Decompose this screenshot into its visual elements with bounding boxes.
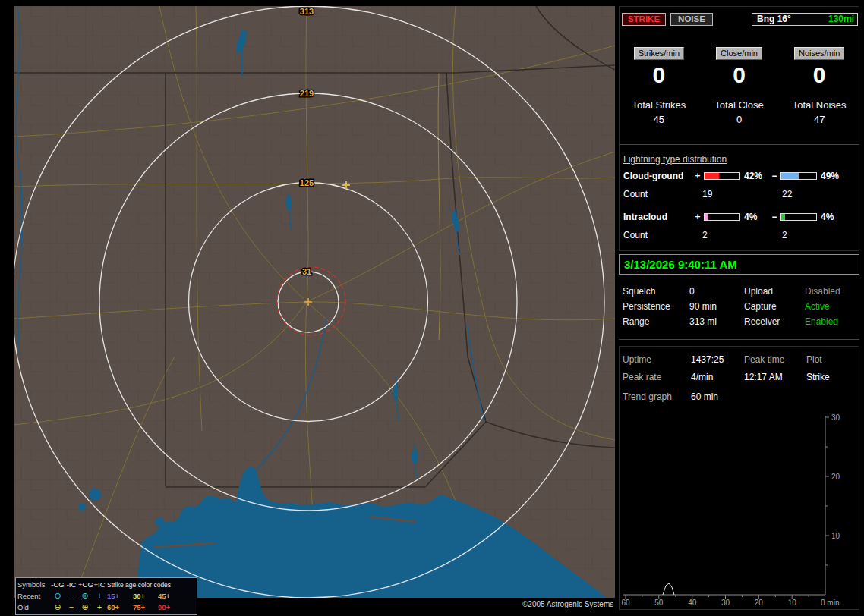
map-legend: Symbols -CG -IC +CG +IC Strike age color… [15, 577, 197, 615]
total-close-label: Total Close [699, 99, 780, 111]
y-tick-10: 10 [831, 532, 840, 540]
upload-status: Disabled [805, 286, 858, 297]
age-90: 90+ [158, 603, 183, 611]
bearing-range-value: 130mi [828, 14, 857, 25]
x-tick-30: 30 [721, 599, 730, 607]
strikes-per-min-button[interactable]: Strikes/min [634, 47, 684, 60]
squelch-value: 0 [689, 286, 744, 297]
trend-window-value: 60 min [691, 391, 718, 402]
count-label: Count [623, 189, 702, 200]
strike-indicator[interactable]: STRIKE [622, 13, 666, 26]
squelch-label: Squelch [623, 286, 689, 297]
uptime-label: Uptime [623, 354, 691, 365]
bearing-value: Bng 16° [752, 14, 791, 24]
cg-positive-bar [704, 172, 740, 180]
ic-negative-pct: 4% [818, 212, 847, 222]
persistence-label: Persistence [623, 301, 689, 312]
legend-col-pos-ic: +IC [92, 580, 107, 589]
age-30: 30+ [133, 592, 158, 600]
capture-label: Capture [744, 301, 805, 312]
ic-positive-count: 2 [702, 230, 782, 240]
old-neg-cg-icon: ⊖ [51, 603, 65, 611]
total-close-value: 0 [699, 114, 780, 125]
ring-label-125: 125 [300, 178, 314, 187]
recent-neg-ic-icon: − [65, 592, 78, 600]
count-label: Count [623, 230, 702, 240]
total-strikes-value: 45 [619, 114, 699, 125]
cg-negative-count: 22 [782, 189, 792, 200]
receiver-status-grid: Squelch 0 Upload Disabled Persistence 90… [623, 284, 858, 329]
intracloud-row: Intracloud + 4% − 4% [623, 212, 858, 222]
total-noises-label: Total Noises [779, 99, 859, 111]
age-45: 45+ [158, 592, 183, 600]
cloud-ground-row: Cloud-ground + 42% − 49% [623, 171, 858, 181]
ic-positive-bar [704, 213, 740, 221]
total-noises-value: 47 [779, 114, 859, 125]
recent-pos-cg-icon: ⊕ [78, 592, 92, 600]
lightning-map[interactable]: 313 219 125 31 [14, 6, 615, 598]
close-per-min-button[interactable]: Close/min [716, 47, 762, 60]
legend-age-header: Strike age color codes [107, 581, 183, 589]
cg-positive-count: 19 [702, 189, 782, 200]
cg-negative-pct: 49% [818, 171, 847, 181]
range-label: Range [623, 316, 689, 327]
legend-row-recent-label: Recent [17, 592, 51, 600]
noise-indicator[interactable]: NOISE [670, 13, 713, 26]
peak-rate-value: 4/min [691, 372, 744, 382]
copyright-text: ©2005 Astrogenic Systems [522, 600, 613, 608]
trend-graph-label: Trend graph [623, 391, 691, 402]
noises-per-min-button[interactable]: Noises/min [794, 47, 844, 60]
strikes-per-min-value: 0 [619, 63, 699, 87]
map-canvas: 313 219 125 31 [14, 6, 615, 598]
total-strikes-label: Total Strikes [619, 99, 699, 111]
x-origin-label: 0 min [821, 599, 839, 607]
trend-graph-row: Trend graph 60 min [623, 391, 718, 402]
intracloud-label: Intracloud [623, 212, 693, 222]
legend-row-old-label: Old [17, 603, 51, 611]
ring-label-219: 219 [300, 89, 314, 98]
persistence-value: 90 min [689, 301, 744, 312]
plus-sign: + [693, 171, 702, 181]
distribution-title: Lightning type distribution [623, 154, 727, 165]
divider [619, 144, 859, 145]
trend-graph: 30 20 10 60 50 40 30 20 10 0 min [619, 408, 859, 610]
session-grid: Uptime 1437:25 Peak time Plot Peak rate … [623, 350, 858, 385]
legend-col-neg-ic: -IC [65, 580, 78, 589]
nexstorm-window: 313 219 125 31 Symbols -CG -IC +CG +IC S… [0, 0, 864, 616]
receiver-status: Enabled [805, 316, 858, 327]
close-per-min-value: 0 [699, 63, 780, 87]
trend-spike [663, 583, 674, 595]
minus-sign: − [770, 212, 779, 222]
ic-negative-count: 2 [782, 230, 787, 240]
legend-symbols-header: Symbols [17, 580, 51, 589]
trend-axes [623, 416, 825, 595]
peak-time-label: Peak time [744, 354, 806, 365]
y-tick-20: 20 [831, 473, 840, 481]
uptime-value: 1437:25 [691, 354, 744, 365]
divider [619, 339, 859, 340]
datetime-display: 3/13/2026 9:40:11 AM [619, 254, 859, 275]
noises-per-min-value: 0 [779, 63, 859, 87]
cg-negative-fill [781, 173, 799, 179]
receiver-label: Receiver [744, 316, 805, 327]
y-tick-30: 30 [831, 413, 840, 422]
rate-columns: Strikes/min 0 Total Strikes 45 Close/min… [619, 47, 859, 125]
plus-sign: + [693, 212, 702, 222]
range-value: 313 mi [689, 316, 744, 327]
ic-positive-pct: 4% [742, 212, 770, 222]
bearing-display: Bng 16° 130mi [752, 13, 858, 26]
old-pos-ic-icon: + [92, 603, 107, 611]
old-pos-cg-icon: ⊕ [78, 603, 92, 611]
x-tick-60: 60 [621, 599, 630, 607]
cg-positive-fill [705, 173, 719, 179]
legend-col-neg-cg: -CG [51, 580, 65, 589]
peak-rate-label: Peak rate [623, 372, 691, 382]
age-60: 60+ [107, 603, 133, 611]
ic-positive-fill [705, 214, 708, 220]
ic-negative-bar [780, 213, 817, 221]
cloud-ground-label: Cloud-ground [623, 171, 693, 181]
recent-pos-ic-icon: + [92, 592, 107, 600]
plot-label: Plot [806, 354, 858, 365]
age-15: 15+ [107, 592, 133, 600]
age-75: 75+ [133, 603, 158, 611]
